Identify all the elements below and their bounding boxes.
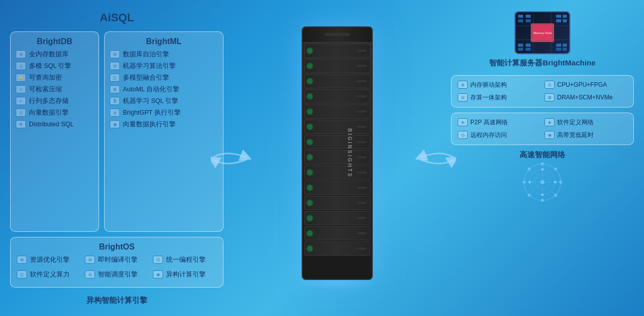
list-item: ◫ 软件定义算力 <box>17 270 81 279</box>
right-arrow-container <box>415 142 456 174</box>
sdn-icon: ◈ <box>544 118 555 126</box>
sqlml-icon: ≣ <box>110 97 120 105</box>
svg-point-36 <box>554 194 557 197</box>
chip-section: Memory Dual <box>451 11 634 70</box>
server-unit <box>304 44 370 58</box>
server-unit <box>304 89 370 103</box>
server-brand-label: BIGINSIGHTS <box>346 128 352 178</box>
server-unit <box>304 104 370 119</box>
top-boxes: BrightDB ⊞ 全内存数据库 ◎ 多模 SQL 引擎 🔒 可查询加密 ⊙ … <box>10 31 223 232</box>
server-unit <box>304 165 370 180</box>
svg-rect-17 <box>518 48 523 51</box>
server-unit <box>304 135 370 149</box>
svg-rect-12 <box>563 19 567 22</box>
network-graphic <box>520 162 565 202</box>
list-item: ⊞ 全内存数据库 <box>16 50 93 59</box>
list-item: ◉ 异构计算引擎 <box>153 270 217 279</box>
network-title: 高速智能网络 <box>451 150 634 160</box>
list-item: ≣ 机器学习 SQL 引擎 <box>110 97 218 106</box>
server-unit <box>304 226 370 240</box>
svg-rect-8 <box>526 15 531 18</box>
right-arrow-icon <box>415 142 456 172</box>
distributed-sql-label: Distributed SQL <box>29 121 74 128</box>
bright-machine-top-grid: ⊞ 内存驱动架构 ⊡ CPU+GPU+FPGA ⊟ 存算一体架构 ⊠ DRAM+… <box>458 81 627 102</box>
svg-rect-14 <box>526 19 531 22</box>
list-item: ◎ 远程内存访问 <box>458 131 540 139</box>
brightdb-title: BrightDB <box>16 37 93 46</box>
network-section: 高速智能网络 <box>451 150 634 202</box>
list-item: ◈ 软件定义网络 <box>544 118 627 127</box>
list-item: ⊡ CPU+GPU+FPGA <box>544 81 627 89</box>
list-item: ⊙ 可检索压缩 <box>16 85 93 94</box>
server-unit <box>304 150 370 164</box>
list-item: ⊛ 智能调度引擎 <box>85 270 149 279</box>
bright-machine-top-box: ⊞ 内存驱动架构 ⊡ CPU+GPU+FPGA ⊟ 存算一体架构 ⊠ DRAM+… <box>451 75 634 108</box>
list-item: ◉ 高带宽低延时 <box>544 131 627 139</box>
server-unit <box>304 211 370 225</box>
list-item: ◎ 多模 SQL 引擎 <box>16 62 93 71</box>
cim-icon: ⊟ <box>458 93 468 101</box>
bottom-label: 异构智能计算引擎 <box>10 296 223 305</box>
left-arrow-icon <box>211 142 251 172</box>
aisql-title: AiSQL <box>10 11 223 24</box>
svg-point-37 <box>528 194 531 197</box>
svg-point-32 <box>541 199 544 202</box>
server-unit <box>304 241 370 256</box>
list-item: ⊟ 存算一体架构 <box>458 93 540 102</box>
brightos-grid: ⊞ 资源优化引擎 ⊟ 即时编译引擎 ⊡ 统一编程引擎 ◫ 软件定义算力 ⊛ <box>17 256 217 282</box>
svg-rect-21 <box>556 48 561 51</box>
main-container: AiSQL BrightDB ⊞ 全内存数据库 ◎ 多模 SQL 引擎 🔒 可查… <box>0 0 644 316</box>
svg-rect-18 <box>526 48 531 51</box>
svg-rect-13 <box>518 19 523 22</box>
list-item: ⊡ 向量数据引擎 <box>16 109 93 117</box>
chip-svg: Memory Dual <box>516 12 569 53</box>
right-panel: Memory Dual <box>451 11 634 305</box>
uni-icon: ⊡ <box>153 256 163 264</box>
svg-point-42 <box>540 180 544 184</box>
svg-point-31 <box>559 181 562 184</box>
svg-point-34 <box>554 167 557 170</box>
list-item: ◫ 多模型融合引擎 <box>110 74 218 82</box>
server-top <box>303 27 372 43</box>
server-rack: BIGINSIGHTS <box>302 26 373 280</box>
svg-rect-15 <box>518 44 523 47</box>
gpt-icon: ⊛ <box>110 109 120 117</box>
left-panel: AiSQL BrightDB ⊞ 全内存数据库 ◎ 多模 SQL 引擎 🔒 可查… <box>10 11 223 305</box>
server-unit <box>304 74 370 88</box>
server-unit <box>304 181 370 195</box>
list-item: ⊟ 机器学习算法引擎 <box>110 62 218 71</box>
srch-icon: ⊙ <box>16 85 26 93</box>
list-item: ≡ 行列多态存储 <box>16 97 93 106</box>
list-item: ⊛ P2P 高速网络 <box>458 118 540 127</box>
svg-rect-10 <box>563 15 567 18</box>
svg-point-33 <box>523 181 526 184</box>
list-item: ⊟ 即时编译引擎 <box>85 256 149 264</box>
brightdb-box: BrightDB ⊞ 全内存数据库 ◎ 多模 SQL 引擎 🔒 可查询加密 ⊙ … <box>10 31 99 232</box>
automl-icon: ⊠ <box>110 85 120 93</box>
svg-rect-7 <box>518 15 523 18</box>
svg-rect-11 <box>556 19 561 22</box>
list-item: ⊠ DRAM+SCM+NVMe <box>544 93 627 102</box>
auto-icon: ⊞ <box>110 50 120 58</box>
svg-point-30 <box>541 162 544 165</box>
bright-machine-bottom-box: ⊛ P2P 高速网络 ◈ 软件定义网络 ◎ 远程内存访问 ◉ 高带宽低延时 <box>451 113 634 145</box>
center-server: BIGINSIGHTS <box>271 11 403 305</box>
bright-machine-bottom-grid: ⊛ P2P 高速网络 ◈ 软件定义网络 ◎ 远程内存访问 ◉ 高带宽低延时 <box>458 118 627 139</box>
vec-icon: ⊡ <box>16 109 26 117</box>
vecex-icon: ◉ <box>110 120 120 128</box>
list-item: ⊡ 统一编程引擎 <box>153 256 217 264</box>
svg-text:Memory Dual: Memory Dual <box>533 31 552 34</box>
brightml-title: BrightML <box>110 37 218 46</box>
soft-icon: ◫ <box>17 270 27 278</box>
svg-rect-19 <box>556 44 561 47</box>
network-svg <box>520 162 565 202</box>
svg-rect-22 <box>563 48 567 51</box>
server-unit <box>304 120 370 134</box>
jit-icon: ⊟ <box>85 256 95 264</box>
db-icon: ⊞ <box>16 50 26 58</box>
res-icon: ⊞ <box>17 256 27 264</box>
list-item: 🔒 可查询加密 <box>16 74 93 82</box>
list-item: ⊞ 资源优化引擎 <box>17 256 81 264</box>
rma-icon: ◎ <box>458 131 468 139</box>
brightos-box: BrightOS ⊞ 资源优化引擎 ⊟ 即时编译引擎 ⊡ 统一编程引擎 ◫ 软件… <box>10 237 223 288</box>
